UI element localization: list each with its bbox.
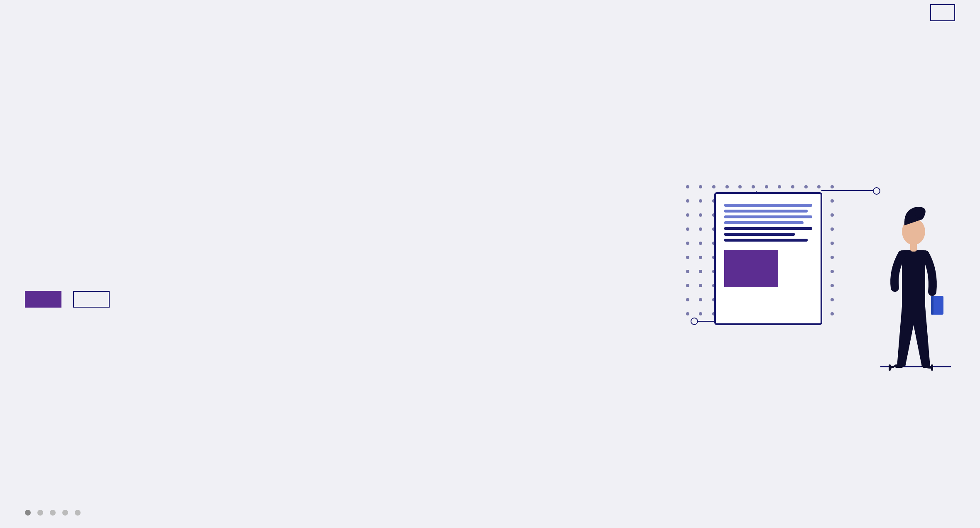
nav-contact-button[interactable] [930,4,955,21]
dot-3 [725,185,729,188]
woman-figure [872,176,955,367]
dot-10 [817,185,821,188]
dot-96 [686,298,689,301]
page-dot-1[interactable] [25,510,31,516]
svg-rect-5 [895,364,903,368]
page-dot-5[interactable] [75,510,81,516]
hero-illustration: // Generate dots inline const grid = doc… [664,167,955,383]
hero-heading [25,243,110,271]
hero-buttons [25,291,110,308]
dot-0 [686,185,689,188]
connector-circle-bottom [691,318,698,325]
svg-rect-7 [889,364,891,371]
hero-content [25,243,110,308]
nav-links [831,9,955,17]
dot-8 [791,185,794,188]
dot-12 [686,199,689,203]
dot-11 [831,185,834,188]
card-line-5 [724,227,812,230]
card-line-3 [724,215,812,218]
svg-rect-10 [931,296,933,315]
dot-107 [831,298,834,301]
dot-119 [831,312,834,315]
illustration-card [714,192,822,325]
dot-73 [699,270,702,273]
dot-97 [699,298,702,301]
page-dot-3[interactable] [50,510,56,516]
dot-35 [831,213,834,217]
hero-section: // Generate dots inline const grid = doc… [0,26,980,516]
dot-37 [699,227,702,231]
card-line-6 [724,233,795,236]
pagination-dots [25,510,81,516]
svg-rect-6 [923,364,930,368]
svg-rect-1 [902,250,925,308]
card-line-7 [724,239,808,242]
contact-us-button[interactable] [73,291,110,308]
svg-point-4 [915,208,925,218]
dot-23 [831,199,834,203]
connector-line-top [821,190,875,191]
dot-61 [699,256,702,259]
connector-circle-top [873,187,880,195]
dot-59 [831,242,834,245]
navbar [0,0,980,26]
view-services-button[interactable] [25,291,61,308]
card-line-2 [724,210,808,213]
dot-24 [686,213,689,217]
svg-rect-8 [931,364,933,371]
dot-84 [686,284,689,287]
dot-5 [752,185,755,188]
dot-13 [699,199,702,203]
dot-2 [712,185,715,188]
card-line-4 [724,221,804,224]
dot-7 [778,185,781,188]
card-rect [724,250,778,287]
page-dot-2[interactable] [37,510,43,516]
dot-1 [699,185,702,188]
dot-9 [804,185,808,188]
dot-109 [699,312,702,315]
dot-108 [686,312,689,315]
dot-49 [699,242,702,245]
dot-25 [699,213,702,217]
page-dot-4[interactable] [62,510,68,516]
card-line-1 [724,204,812,207]
dot-71 [831,256,834,259]
card-lines [724,204,812,242]
dot-85 [699,284,702,287]
dot-48 [686,242,689,245]
dot-95 [831,284,834,287]
dot-83 [831,270,834,273]
dot-4 [738,185,742,188]
dot-6 [765,185,768,188]
dot-47 [831,227,834,231]
dot-60 [686,256,689,259]
dot-36 [686,227,689,231]
dot-72 [686,270,689,273]
